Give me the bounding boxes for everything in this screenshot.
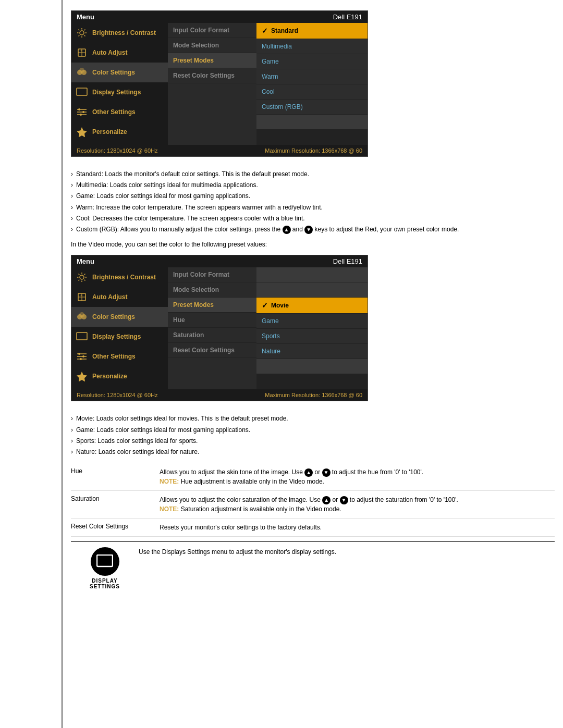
desc1-section-label: In the Video mode, you can set the color… [71, 240, 555, 250]
svg-point-39 [79, 312, 84, 317]
menu2-mid-input-color[interactable]: Input Color Format [168, 267, 256, 282]
desc2-item-3: › Sports: Loads color settings ideal for… [71, 436, 555, 446]
svg-point-46 [80, 358, 82, 360]
saturation-note-label: NOTE: [160, 505, 179, 513]
svg-line-30 [84, 280, 85, 281]
menu2-mid-preset-modes[interactable]: Preset Modes [168, 298, 256, 313]
menu1-mid-input-color[interactable]: Input Color Format [168, 23, 256, 38]
menu1-item-color-settings[interactable]: Color Settings [71, 63, 168, 82]
svg-line-31 [84, 274, 85, 275]
osd-menu-2: Menu Dell E191 [71, 255, 368, 401]
menu1-color-settings-label: Color Settings [92, 69, 135, 76]
menu2-item-color-settings[interactable]: Color Settings [71, 307, 168, 327]
menu1-right-cool[interactable]: Cool [256, 84, 368, 100]
osd-footer-1-right: Maximum Resolution: 1366x768 @ 60 [265, 147, 362, 154]
menu2-right-empty4 [256, 374, 368, 389]
menu1-right-game[interactable]: Game [256, 54, 368, 69]
menu2-right-nature[interactable]: Nature [256, 344, 368, 359]
arrow-down-icon: ▼ [304, 226, 313, 234]
reset-color-desc: Resets your monitor's color settings to … [160, 523, 555, 532]
desc1-item-3: › Game: Loads color settings ideal for m… [71, 191, 555, 201]
osd-left-col-1: Brightness / Contrast + Auto Adj [71, 23, 168, 145]
osd-footer-1: Resolution: 1280x1024 @ 60Hz Maximum Res… [71, 145, 368, 156]
desc1-item-6: › Custom (RGB): Allows you to manually a… [71, 225, 555, 235]
menu1-auto-adjust-label: Auto Adjust [92, 49, 128, 56]
svg-rect-16 [77, 88, 87, 95]
desc2-text-1: Movie: Loads color settings ideal for mo… [76, 414, 288, 424]
hue-row: Hue Allows you to adjust the skin tone o… [71, 463, 555, 491]
menu1-right-standard[interactable]: ✓ Standard [256, 23, 368, 39]
bullet-5: › [71, 214, 73, 224]
star-icon-2 [76, 370, 88, 382]
osd-menu-1: Menu Dell E191 [71, 10, 368, 157]
menu2-mid-mode-selection[interactable]: Mode Selection [168, 282, 256, 298]
display-settings-icon-box [91, 547, 119, 576]
menu2-item-other-settings[interactable]: Other Settings [71, 347, 168, 366]
display-settings-desc: Use the Displays Settings menu to adjust… [139, 547, 555, 589]
arrow-down-icon-sat: ▼ [340, 496, 348, 504]
menu1-mid-mode-selection[interactable]: Mode Selection [168, 38, 256, 53]
menu1-personalize-label: Personalize [92, 128, 127, 135]
bullet-4: › [71, 203, 73, 213]
desc1-text-5: Cool: Decreases the color temperature. T… [76, 214, 305, 224]
menu1-right-standard-label: Standard [271, 27, 298, 34]
osd-footer-1-left: Resolution: 1280x1024 @ 60Hz [77, 147, 158, 154]
menu1-right-custom-rgb[interactable]: Custom (RGB) [256, 100, 368, 115]
desc2-item-4: › Nature: Loads color settings ideal for… [71, 447, 555, 457]
display-settings-icon-area: DISPLAY SETTINGS [71, 547, 133, 589]
menu1-mid-preset-modes[interactable]: Preset Modes [168, 53, 256, 68]
desc2-text-2: Game: Loads color settings ideal for mos… [76, 425, 250, 435]
star-icon [76, 126, 88, 138]
svg-rect-40 [77, 332, 87, 340]
svg-point-15 [79, 68, 84, 73]
hue-desc: Allows you to adjust the skin tone of th… [160, 467, 555, 486]
osd-menu-1-title: Menu [77, 13, 94, 21]
arrow-up-icon-hue: ▲ [304, 468, 313, 477]
desc1-text-3: Game: Loads color settings ideal for mos… [76, 191, 250, 201]
osd-footer-2-right: Maximum Resolution: 1366x768 @ 60 [265, 392, 362, 398]
saturation-row: Saturation Allows you to adjust the colo… [71, 491, 555, 519]
osd-mid-col-1: Input Color Format Mode Selection Preset… [168, 23, 256, 145]
menu1-item-auto-adjust[interactable]: + Auto Adjust [71, 43, 168, 63]
display-settings-svg [96, 554, 113, 569]
menu2-right-sports[interactable]: Sports [256, 329, 368, 344]
svg-point-24 [80, 275, 84, 279]
menu1-mid-reset[interactable]: Reset Color Settings [168, 68, 256, 83]
menu2-right-movie[interactable]: ✓ Movie [256, 298, 368, 314]
menu2-item-auto-adjust[interactable]: + Auto Adjust [71, 287, 168, 307]
menu2-display-settings-label: Display Settings [92, 333, 141, 340]
menu2-right-empty1 [256, 267, 368, 282]
desc-section-2: › Movie: Loads color settings ideal for … [71, 409, 555, 463]
menu2-mid-hue[interactable]: Hue [168, 313, 256, 328]
checkmark-icon: ✓ [262, 27, 268, 35]
menu2-right-game[interactable]: Game [256, 314, 368, 329]
menu2-mid-reset[interactable]: Reset Color Settings [168, 343, 256, 358]
menu1-item-other-settings[interactable]: Other Settings [71, 102, 168, 122]
reset-color-label: Reset Color Settings [71, 523, 154, 532]
checkmark-icon-2: ✓ [262, 301, 268, 310]
osd-footer-2-left: Resolution: 1280x1024 @ 60Hz [77, 392, 158, 398]
osd-body-2: Brightness / Contrast + Auto Adjust [71, 267, 368, 389]
display-settings-row: DISPLAY SETTINGS Use the Displays Settin… [71, 541, 555, 595]
display-icon-2 [76, 330, 88, 343]
osd-body-1: Brightness / Contrast + Auto Adj [71, 23, 368, 145]
desc2-text-4: Nature: Loads color settings ideal for n… [76, 447, 199, 457]
menu1-other-settings-label: Other Settings [92, 108, 136, 116]
menu2-item-personalize[interactable]: Personalize [71, 366, 168, 386]
menu1-right-multimedia[interactable]: Multimedia [256, 39, 368, 54]
lines-icon-2 [76, 350, 88, 363]
menu1-item-brightness[interactable]: Brightness / Contrast [71, 23, 168, 43]
svg-line-8 [79, 35, 80, 36]
svg-line-7 [84, 30, 85, 31]
bullet-6: › [71, 225, 73, 235]
osd-mid-col-2: Input Color Format Mode Selection Preset… [168, 267, 256, 389]
menu2-other-settings-label: Other Settings [92, 353, 136, 360]
menu2-mid-saturation[interactable]: Saturation [168, 328, 256, 343]
bullet-3: › [71, 191, 73, 201]
menu2-item-brightness[interactable]: Brightness / Contrast [71, 267, 168, 287]
menu1-right-warm[interactable]: Warm [256, 69, 368, 84]
menu2-item-display-settings[interactable]: Display Settings [71, 327, 168, 347]
menu1-item-display-settings[interactable]: Display Settings [71, 82, 168, 102]
menu1-item-personalize[interactable]: Personalize [71, 122, 168, 142]
left-sidebar [0, 0, 63, 728]
